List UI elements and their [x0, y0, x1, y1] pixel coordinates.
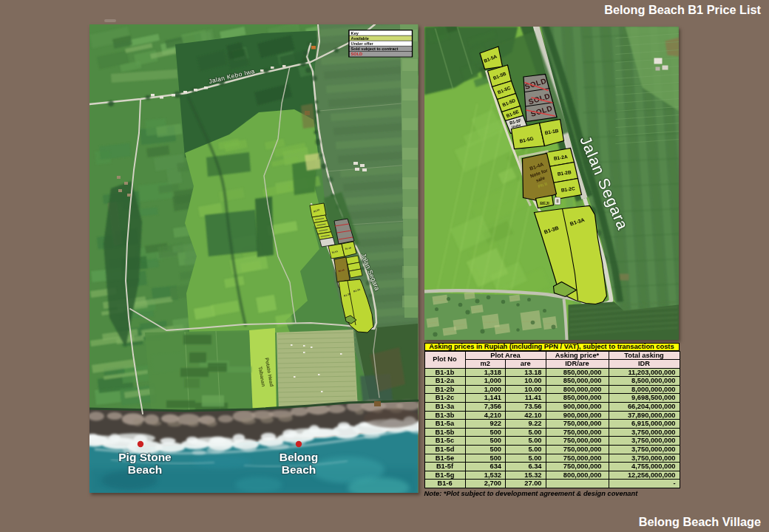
svg-text:Beach: Beach — [282, 463, 316, 476]
svg-text:Belong: Belong — [280, 451, 319, 463]
svg-text:Pig Stone: Pig Stone — [118, 451, 172, 463]
svg-text:Sold subject to contract: Sold subject to contract — [351, 47, 399, 51]
svg-text:SOLD: SOLD — [351, 52, 363, 56]
svg-text:Available: Available — [351, 36, 369, 41]
svg-text:Beach: Beach — [128, 463, 163, 476]
svg-text:BEJI: BEJI — [540, 201, 549, 205]
svg-text:Key: Key — [351, 31, 359, 35]
svg-text:Under offer: Under offer — [351, 41, 374, 46]
